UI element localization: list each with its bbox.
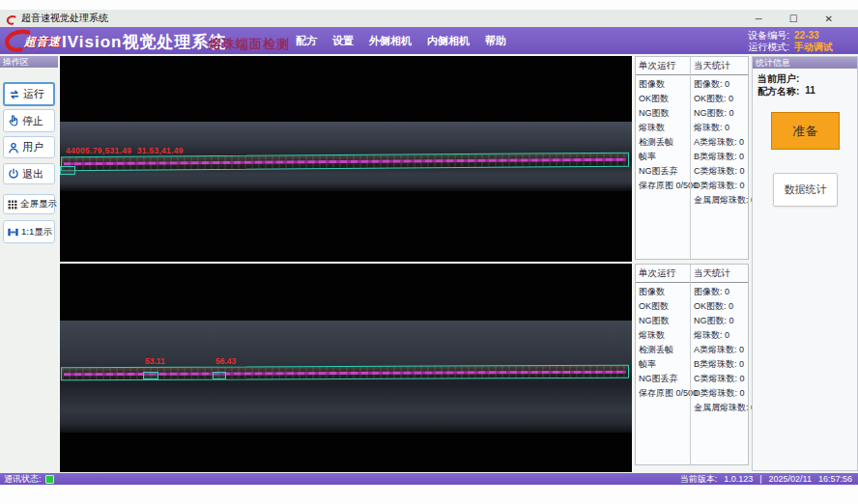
camera-viewport-bottom: 53.11 56.43	[60, 264, 632, 472]
stats-panel-bottom: 单次运行 图像数OK图数NG图数熔珠数检测丢帧帧率NG图丢弃保存原图 0/500…	[635, 264, 749, 465]
current-user-label: 当前用户:	[758, 72, 799, 86]
device-number-label: 设备编号:	[748, 30, 789, 41]
run-button[interactable]: 运行	[3, 82, 55, 106]
statistics-info-panel: 统计信息 当前用户: 配方名称: 11 准备 数据统计	[752, 56, 858, 471]
window-title: 超音速视觉处理系统	[21, 10, 108, 27]
stat-row: 保存原图 0/500	[636, 179, 690, 193]
menu-item-settings[interactable]: 设置	[332, 34, 354, 48]
today-stats-title: 当天统计	[691, 266, 748, 283]
statusbar: 通讯状态: 当前版本: 1.0.123 | 2025/02/11 16:57:5…	[0, 473, 858, 485]
today-stats-rows: 图像数: 0OK图数: 0NG图数: 0熔珠数: 0A类熔珠数: 0B类熔珠数:…	[691, 285, 748, 415]
run-button-label: 运行	[23, 87, 44, 101]
window-controls: ─ ☐ ✕	[756, 10, 833, 27]
recipe-name-label: 配方名称:	[758, 85, 799, 98]
detection-box	[60, 166, 75, 175]
comm-status-label: 通讯状态:	[4, 473, 42, 486]
stat-row: OK图数	[636, 92, 690, 106]
stat-row: OK图数	[636, 299, 690, 314]
recipe-name-value: 11	[805, 85, 815, 98]
stat-row: 熔珠数	[636, 328, 690, 343]
statusbar-time: 16:57:56	[818, 474, 852, 484]
stat-row: NG图丢弃	[636, 164, 690, 179]
weld-seam-line	[64, 158, 626, 166]
menu-item-help[interactable]: 帮助	[485, 34, 506, 48]
exit-button-label: 退出	[22, 167, 43, 182]
titlebar: 超音速视觉处理系统 ─ ☐ ✕	[0, 10, 858, 28]
stat-row: D类熔珠数: 0	[691, 179, 748, 193]
menu-item-recipe[interactable]: 配方	[296, 34, 317, 48]
stat-row: 图像数	[636, 77, 690, 92]
stat-row: 图像数: 0	[691, 285, 748, 299]
user-button[interactable]: 用户	[3, 136, 55, 158]
stop-hand-icon	[7, 114, 20, 127]
app-title: IVision视觉处理系统	[62, 31, 226, 53]
one-to-one-button[interactable]: 1:1显示	[3, 220, 55, 243]
info-panel-title: 统计信息	[753, 57, 857, 69]
single-run-column: 单次运行 图像数OK图数NG图数熔珠数检测丢帧帧率NG图丢弃保存原图 0/500	[636, 57, 690, 259]
stop-button-label: 停止	[22, 114, 43, 128]
minimize-icon[interactable]: ─	[756, 14, 762, 24]
stat-row: OK图数: 0	[691, 299, 748, 314]
stat-row: A类熔珠数: 0	[691, 343, 748, 357]
stop-button[interactable]: 停止	[3, 109, 55, 132]
stat-row: C类熔珠数: 0	[691, 164, 748, 179]
stat-row: 金属屑熔珠数: 0	[691, 193, 748, 208]
run-mode-value: 手动调试	[794, 42, 833, 52]
comm-status-icon	[45, 475, 54, 484]
menu-item-outer-camera[interactable]: 外侧相机	[369, 34, 412, 48]
data-statistics-button[interactable]: 数据统计	[773, 173, 838, 207]
single-run-title: 单次运行	[636, 59, 690, 75]
app-subtitle: 熔珠端面检测	[209, 36, 290, 53]
maximize-icon[interactable]: ☐	[789, 14, 798, 24]
detection-box	[213, 372, 226, 379]
fullscreen-button[interactable]: 全屏显示	[3, 194, 55, 214]
statusbar-date: 2025/02/11	[769, 474, 812, 484]
stat-row: 熔珠数: 0	[691, 121, 748, 135]
stat-row: 熔珠数: 0	[691, 328, 748, 343]
stat-row: 检测丢帧	[636, 343, 690, 357]
one-to-one-button-label: 1:1显示	[21, 226, 52, 238]
recipe-name-row: 配方名称: 11	[758, 85, 815, 98]
run-icon	[8, 88, 21, 101]
version-value: 1.0.123	[724, 474, 753, 484]
fullscreen-grid-icon	[7, 199, 18, 210]
single-run-rows: 图像数OK图数NG图数熔珠数检测丢帧帧率NG图丢弃保存原图 0/500	[636, 285, 690, 401]
app-header: 超音速 IVision视觉处理系统 熔珠端面检测 配方 设置 外侧相机 内侧相机…	[0, 27, 858, 54]
stat-row: NG图数: 0	[691, 314, 748, 328]
stat-row: B类熔珠数: 0	[691, 150, 748, 164]
exit-button[interactable]: 退出	[3, 163, 55, 184]
user-button-label: 用户	[22, 140, 43, 154]
stat-row: 帧率	[636, 150, 690, 164]
stat-row: NG图丢弃	[636, 372, 690, 386]
power-icon	[7, 167, 20, 181]
stat-row: B类熔珠数: 0	[691, 357, 748, 372]
stat-row: D类熔珠数: 0	[691, 386, 748, 401]
close-icon[interactable]: ✕	[825, 14, 833, 24]
sidebar-title: 操作区	[0, 56, 58, 68]
today-stats-column: 当天统计 图像数: 0OK图数: 0NG图数: 0熔珠数: 0A类熔珠数: 0B…	[690, 57, 748, 259]
bead-measurement-label: 56.43	[215, 356, 236, 366]
device-info: 设备编号: 22-33 运行模式: 手动调试	[748, 30, 833, 52]
menu-item-inner-camera[interactable]: 内侧相机	[427, 34, 470, 48]
stat-row: 金属屑熔珠数: 0	[691, 401, 748, 415]
stat-row: 图像数	[636, 285, 690, 299]
stat-row: A类熔珠数: 0	[691, 135, 748, 150]
stat-row: 熔珠数	[636, 121, 690, 135]
single-run-column: 单次运行 图像数OK图数NG图数熔珠数检测丢帧帧率NG图丢弃保存原图 0/500	[636, 265, 690, 464]
version-label: 当前版本:	[680, 473, 718, 486]
run-mode-label: 运行模式:	[748, 42, 789, 52]
today-stats-column: 当天统计 图像数: 0OK图数: 0NG图数: 0熔珠数: 0A类熔珠数: 0B…	[690, 265, 748, 464]
stats-panel-top: 单次运行 图像数OK图数NG图数熔珠数检测丢帧帧率NG图丢弃保存原图 0/500…	[635, 56, 749, 260]
fullscreen-button-label: 全屏显示	[20, 198, 57, 210]
bead-measurement-label: 53.11	[145, 356, 165, 366]
operation-sidebar: 操作区 运行 停止 用户 退出	[0, 56, 58, 473]
stat-row: OK图数: 0	[691, 92, 748, 106]
current-user-row: 当前用户:	[758, 72, 799, 86]
brand-name: 超音速	[24, 34, 61, 50]
one-to-one-icon	[7, 226, 19, 238]
stat-row: NG图数	[636, 314, 690, 328]
stat-row: NG图数	[636, 106, 690, 121]
version-and-time: 当前版本: 1.0.123 | 2025/02/11 16:57:56	[680, 473, 852, 485]
prepare-button[interactable]: 准备	[771, 112, 840, 150]
user-icon	[7, 141, 20, 154]
